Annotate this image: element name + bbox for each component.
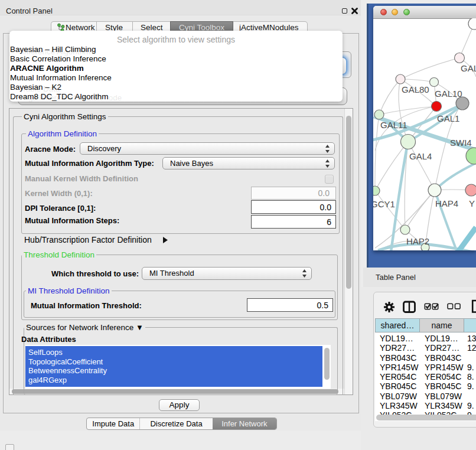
svg-text:GAL11: GAL11: [380, 120, 407, 130]
svg-text:GAL1: GAL1: [437, 113, 459, 123]
svg-text:GAL80: GAL80: [402, 84, 429, 94]
svg-text:GAL7: GAL7: [461, 63, 476, 73]
svg-text:Y: Y: [469, 198, 475, 208]
svg-text:GCY1: GCY1: [373, 199, 395, 209]
svg-text:GAL4: GAL4: [409, 151, 432, 161]
svg-text:HAP2: HAP2: [406, 236, 429, 246]
svg-text:GAL10: GAL10: [435, 89, 462, 99]
svg-text:HAP4: HAP4: [435, 198, 458, 208]
svg-text:SWI4: SWI4: [450, 138, 472, 148]
